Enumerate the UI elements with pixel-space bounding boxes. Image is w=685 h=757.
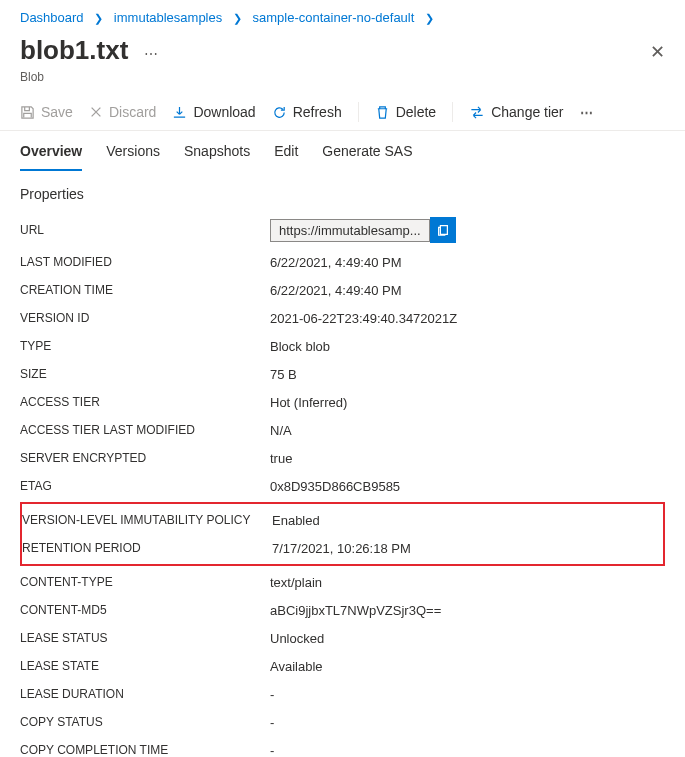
property-label: TYPE [20, 339, 270, 353]
download-button[interactable]: Download [172, 104, 255, 120]
x-icon [89, 105, 103, 119]
property-value: 0x8D935D866CB9585 [270, 479, 665, 494]
separator [452, 102, 453, 122]
more-menu-icon[interactable]: ⋯ [144, 47, 158, 61]
copy-button[interactable] [430, 217, 456, 243]
property-row: CONTENT-TYPE text/plain [20, 568, 665, 596]
property-value: Enabled [272, 513, 663, 528]
property-row: COPY COMPLETION TIME - [20, 736, 665, 757]
property-value: Available [270, 659, 665, 674]
property-label: RETENTION PERIOD [22, 541, 272, 555]
save-icon [20, 105, 35, 120]
trash-icon [375, 105, 390, 120]
property-label: LEASE DURATION [20, 687, 270, 701]
property-label: SERVER ENCRYPTED [20, 451, 270, 465]
highlight-annotation: VERSION-LEVEL IMMUTABILITY POLICY Enable… [20, 502, 665, 566]
property-row: RETENTION PERIOD 7/17/2021, 10:26:18 PM [22, 534, 663, 562]
page-title: blob1.txt [20, 35, 128, 66]
property-row: ACCESS TIER Hot (Inferred) [20, 388, 665, 416]
property-value: 6/22/2021, 4:49:40 PM [270, 283, 665, 298]
property-label: LEASE STATE [20, 659, 270, 673]
breadcrumb-link[interactable]: Dashboard [20, 10, 84, 25]
breadcrumb-link[interactable]: immutablesamples [114, 10, 222, 25]
url-input[interactable]: https://immutablesamp... [270, 219, 430, 242]
property-value: N/A [270, 423, 665, 438]
property-table: URL https://immutablesamp... LAST MODIFI… [20, 212, 665, 757]
property-label: VERSION ID [20, 311, 270, 325]
chevron-right-icon: ❯ [94, 12, 103, 24]
property-value: aBCi9jjbxTL7NWpVZSjr3Q== [270, 603, 665, 618]
blade-header: blob1.txt ⋯ ✕ [0, 31, 685, 70]
property-row-url: URL https://immutablesamp... [20, 212, 665, 248]
refresh-icon [272, 105, 287, 120]
property-row: LEASE STATE Available [20, 652, 665, 680]
tab-edit[interactable]: Edit [274, 143, 298, 171]
property-label: COPY STATUS [20, 715, 270, 729]
save-button[interactable]: Save [20, 104, 73, 120]
property-value: - [270, 687, 665, 702]
breadcrumb-link[interactable]: sample-container-no-default [252, 10, 414, 25]
property-row: CREATION TIME 6/22/2021, 4:49:40 PM [20, 276, 665, 304]
property-label: ETAG [20, 479, 270, 493]
delete-button[interactable]: Delete [375, 104, 436, 120]
property-row: TYPE Block blob [20, 332, 665, 360]
section-heading: Properties [20, 186, 665, 202]
property-value: Unlocked [270, 631, 665, 646]
download-icon [172, 105, 187, 120]
property-row: CONTENT-MD5 aBCi9jjbxTL7NWpVZSjr3Q== [20, 596, 665, 624]
separator [358, 102, 359, 122]
property-row: SIZE 75 B [20, 360, 665, 388]
property-row: ACCESS TIER LAST MODIFIED N/A [20, 416, 665, 444]
change-tier-button[interactable]: Change tier [469, 104, 563, 120]
property-value: 2021-06-22T23:49:40.3472021Z [270, 311, 665, 326]
command-bar: Save Discard Download Refresh Delete Cha… [0, 94, 685, 131]
tab-versions[interactable]: Versions [106, 143, 160, 171]
property-label: LEASE STATUS [20, 631, 270, 645]
property-value: Block blob [270, 339, 665, 354]
property-label: COPY COMPLETION TIME [20, 743, 270, 757]
tab-snapshots[interactable]: Snapshots [184, 143, 250, 171]
property-value: 6/22/2021, 4:49:40 PM [270, 255, 665, 270]
resource-type-label: Blob [0, 70, 685, 94]
property-value: Hot (Inferred) [270, 395, 665, 410]
property-label: SIZE [20, 367, 270, 381]
chevron-right-icon: ❯ [425, 12, 434, 24]
property-value: 7/17/2021, 10:26:18 PM [272, 541, 663, 556]
tab-overview[interactable]: Overview [20, 143, 82, 171]
property-row: LEASE STATUS Unlocked [20, 624, 665, 652]
tab-generate-sas[interactable]: Generate SAS [322, 143, 412, 171]
property-label: CONTENT-TYPE [20, 575, 270, 589]
property-label: ACCESS TIER [20, 395, 270, 409]
close-icon[interactable]: ✕ [650, 41, 665, 63]
discard-button[interactable]: Discard [89, 104, 156, 120]
property-value: 75 B [270, 367, 665, 382]
property-label: LAST MODIFIED [20, 255, 270, 269]
property-value: text/plain [270, 575, 665, 590]
property-value: - [270, 743, 665, 758]
tab-bar: Overview Versions Snapshots Edit Generat… [0, 131, 685, 172]
property-row: LEASE DURATION - [20, 680, 665, 708]
property-value: true [270, 451, 665, 466]
property-row: SERVER ENCRYPTED true [20, 444, 665, 472]
overflow-menu-icon[interactable]: ⋯ [580, 105, 595, 120]
copy-icon [436, 223, 450, 237]
property-label: ACCESS TIER LAST MODIFIED [20, 423, 270, 437]
property-value: - [270, 715, 665, 730]
swap-icon [469, 105, 485, 120]
property-row: VERSION ID 2021-06-22T23:49:40.3472021Z [20, 304, 665, 332]
property-row: COPY STATUS - [20, 708, 665, 736]
refresh-button[interactable]: Refresh [272, 104, 342, 120]
property-row: ETAG 0x8D935D866CB9585 [20, 472, 665, 500]
properties-section: Properties URL https://immutablesamp... … [0, 172, 685, 757]
property-label: VERSION-LEVEL IMMUTABILITY POLICY [22, 513, 272, 527]
property-label: CONTENT-MD5 [20, 603, 270, 617]
property-row: LAST MODIFIED 6/22/2021, 4:49:40 PM [20, 248, 665, 276]
property-row: VERSION-LEVEL IMMUTABILITY POLICY Enable… [22, 506, 663, 534]
property-label: CREATION TIME [20, 283, 270, 297]
chevron-right-icon: ❯ [233, 12, 242, 24]
breadcrumb: Dashboard ❯ immutablesamples ❯ sample-co… [0, 0, 685, 31]
property-label: URL [20, 223, 270, 237]
